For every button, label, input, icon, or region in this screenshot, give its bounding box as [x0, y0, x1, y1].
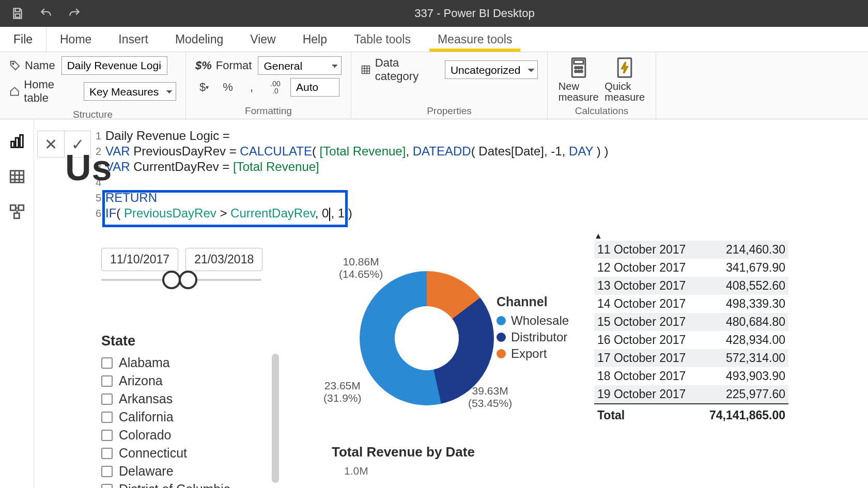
checkbox-icon[interactable]: [101, 448, 113, 459]
legend-item[interactable]: Export: [497, 347, 569, 361]
grid-icon: [361, 64, 371, 75]
table-cell-date: 15 October 2017: [597, 315, 686, 329]
legend-item[interactable]: Distributor: [497, 330, 569, 344]
legend-swatch: [497, 333, 506, 342]
state-option[interactable]: Delaware: [101, 462, 272, 480]
state-slicer-scrollbar[interactable]: [272, 354, 279, 483]
cancel-formula-icon[interactable]: ✕: [37, 131, 64, 158]
table-row[interactable]: 16 October 2017428,934.00: [594, 331, 788, 349]
table-row[interactable]: 13 October 2017408,552.60: [594, 277, 788, 295]
save-icon[interactable]: [11, 7, 24, 20]
slider-handle-right[interactable]: [179, 271, 197, 289]
checkbox-icon[interactable]: [101, 466, 113, 477]
state-option[interactable]: District of Columbia: [101, 480, 272, 488]
group-label-structure: Structure: [9, 108, 176, 120]
table-cell-value: 408,552.60: [726, 279, 785, 293]
state-option[interactable]: Arkansas: [101, 390, 272, 408]
table-row[interactable]: 11 October 2017214,460.30: [594, 241, 788, 259]
quick-measure-button[interactable]: Quickmeasure: [603, 56, 647, 103]
date-slicer[interactable]: 11/10/2017 21/03/2018: [101, 248, 262, 271]
svg-point-1: [12, 63, 14, 65]
tab-modeling[interactable]: Modeling: [162, 27, 237, 52]
table-cell-value: 214,460.30: [726, 243, 785, 257]
checkbox-icon[interactable]: [101, 393, 113, 405]
table-row[interactable]: 15 October 2017480,684.80: [594, 313, 788, 331]
data-table[interactable]: 11 October 2017214,460.3012 October 2017…: [594, 241, 788, 424]
report-view-icon[interactable]: [8, 133, 26, 150]
decimals-input[interactable]: [290, 78, 339, 97]
percent-button[interactable]: %: [219, 78, 237, 96]
home-table-select[interactable]: Key Measures: [84, 82, 176, 101]
tab-insert[interactable]: Insert: [105, 27, 162, 52]
date-to[interactable]: 21/03/2018: [185, 248, 262, 271]
decimals-button[interactable]: .00.0: [267, 78, 284, 96]
table-row[interactable]: 18 October 2017493,903.90: [594, 367, 788, 385]
legend-label: Wholesale: [511, 313, 569, 328]
formula-code[interactable]: Daily Revenue Logic = VAR PreviousDayRev…: [105, 128, 862, 221]
table-row[interactable]: 14 October 2017498,339.30: [594, 295, 788, 313]
format-select[interactable]: General: [258, 56, 342, 75]
tab-view[interactable]: View: [237, 27, 289, 52]
table-sort-indicator[interactable]: ▲: [594, 231, 602, 241]
checkbox-icon[interactable]: [101, 357, 113, 369]
group-label-formatting: Formatting: [195, 104, 342, 117]
state-label: California: [119, 410, 174, 424]
svg-rect-13: [16, 138, 19, 147]
legend-label: Export: [511, 347, 547, 361]
new-measure-button[interactable]: Newmeasure: [557, 56, 600, 103]
table-cell-value: 225,977.60: [726, 387, 785, 401]
ribbon-group-calculations: Newmeasure Quickmeasure Calculations: [548, 52, 656, 119]
table-cell-date: 19 October 2017: [597, 387, 686, 401]
home-table-label: Home table: [9, 78, 78, 105]
table-cell-date: 11 October 2017: [597, 243, 686, 257]
data-category-select[interactable]: Uncategorized: [445, 60, 538, 79]
table-cell-date: 12 October 2017: [597, 261, 686, 275]
checkbox-icon[interactable]: [101, 412, 113, 423]
state-option[interactable]: Alabama: [101, 354, 272, 372]
table-row[interactable]: 17 October 2017572,314.00: [594, 349, 788, 367]
checkbox-icon[interactable]: [101, 430, 113, 441]
svg-rect-12: [11, 141, 14, 147]
thousands-button[interactable]: ,: [243, 78, 260, 96]
table-cell-date: 16 October 2017: [597, 333, 686, 347]
table-cell-value: 572,314.00: [726, 351, 785, 365]
tab-help[interactable]: Help: [289, 27, 340, 52]
file-tab[interactable]: File: [0, 27, 47, 52]
measure-name-input[interactable]: [61, 56, 167, 75]
formula-bar[interactable]: 123456 Daily Revenue Logic = VAR Previou…: [91, 128, 862, 221]
table-row[interactable]: 19 October 2017225,977.60: [594, 385, 788, 403]
tab-measure-tools[interactable]: Measure tools: [424, 27, 525, 52]
state-label: Alabama: [119, 355, 170, 370]
table-row[interactable]: 12 October 2017341,679.90: [594, 259, 788, 277]
state-option[interactable]: Connecticut: [101, 444, 272, 462]
slider-handle-left[interactable]: [162, 271, 181, 289]
group-label-calculations: Calculations: [557, 104, 646, 117]
checkbox-icon[interactable]: [101, 484, 113, 489]
state-label: Arizona: [119, 373, 163, 388]
currency-button[interactable]: $▾: [195, 78, 213, 96]
svg-point-10: [580, 71, 582, 73]
date-slider[interactable]: [101, 279, 261, 281]
checkbox-icon[interactable]: [101, 375, 113, 387]
table-cell-value: 480,684.80: [726, 315, 785, 329]
home-icon: [9, 86, 20, 97]
state-option[interactable]: California: [101, 408, 272, 426]
state-option[interactable]: Colorado: [101, 426, 272, 444]
state-option[interactable]: Arizona: [101, 372, 272, 390]
svg-rect-2: [362, 66, 369, 74]
ribbon-group-properties: Data category Uncategorized Properties: [351, 52, 548, 119]
date-from[interactable]: 11/10/2017: [101, 248, 178, 271]
undo-icon[interactable]: [39, 7, 53, 20]
legend-item[interactable]: Wholesale: [497, 313, 569, 328]
format-label: $% Format: [195, 59, 252, 72]
tab-home[interactable]: Home: [47, 27, 105, 52]
svg-point-5: [575, 67, 577, 69]
ribbon: Name Home table Key Measures Structure $…: [0, 52, 868, 119]
redo-icon[interactable]: [68, 7, 81, 20]
group-label-properties: Properties: [361, 104, 538, 117]
state-slicer-list[interactable]: AlabamaArizonaArkansasCaliforniaColorado…: [101, 354, 272, 488]
view-switcher: [0, 119, 34, 488]
model-view-icon[interactable]: [8, 203, 26, 221]
tab-table-tools[interactable]: Table tools: [340, 27, 424, 52]
data-view-icon[interactable]: [8, 168, 26, 185]
